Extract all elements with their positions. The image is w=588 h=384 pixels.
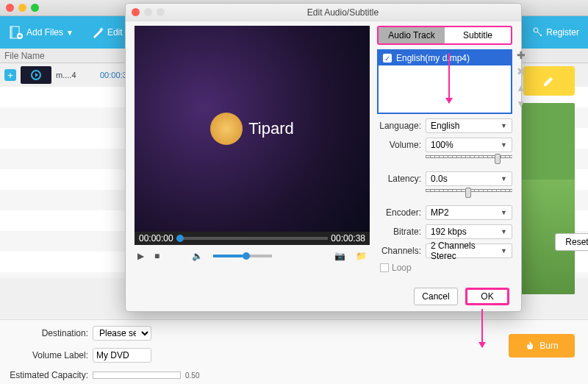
stop-button[interactable]: ■ xyxy=(154,251,159,261)
play-button[interactable]: ▶ xyxy=(137,251,144,261)
add-files-button[interactable]: Add Files▼ xyxy=(0,16,82,49)
latency-select[interactable]: 0.0s▼ xyxy=(426,171,512,186)
ok-button[interactable]: OK xyxy=(465,288,509,305)
encoder-select[interactable]: MP2▼ xyxy=(426,205,512,220)
capacity-label: Estimated Capacity: xyxy=(7,370,88,380)
track-checkbox[interactable]: ✓ xyxy=(383,54,392,63)
track-item-label: English(my d.mp4) xyxy=(396,53,470,63)
preview-pane: Tipard 00:00:00 00:00:38 ▶ ■ 🔈 📷 📁 xyxy=(135,26,370,273)
volume-icon[interactable]: 🔈 xyxy=(192,251,203,261)
edit-audio-subtitle-dialog: Edit Audio/Subtitle Tipard 00:00:00 00:0… xyxy=(125,3,522,312)
volume-label-label: Volume Label: xyxy=(7,350,88,360)
add-track-button[interactable]: ✚ xyxy=(515,49,527,61)
volume-slider[interactable] xyxy=(213,255,272,257)
remove-track-button[interactable]: ✖ xyxy=(515,65,527,77)
channels-label: Channels: xyxy=(377,246,421,256)
cancel-button[interactable]: Cancel xyxy=(414,288,458,305)
register-button[interactable]: Register xyxy=(524,27,588,38)
tab-subtitle[interactable]: Subtitle xyxy=(445,27,511,43)
channels-select[interactable]: 2 Channels Sterec▼ xyxy=(426,243,512,258)
track-list[interactable]: ✓ English(my d.mp4) xyxy=(377,49,512,114)
loop-checkbox[interactable]: Loop xyxy=(377,263,512,273)
encoder-label: Encoder: xyxy=(377,207,421,218)
tipard-logo-icon xyxy=(210,113,243,145)
volume-label: Volume: xyxy=(377,140,421,150)
video-thumbnail[interactable] xyxy=(21,66,51,84)
film-plus-icon xyxy=(9,25,24,40)
capacity-value: 0.50 xyxy=(185,371,199,380)
magic-wand-icon xyxy=(91,26,104,39)
col-filename: File Name xyxy=(0,51,125,61)
tab-audio-track[interactable]: Audio Track xyxy=(379,27,445,43)
destination-label: Destination: xyxy=(7,328,88,338)
dialog-actions: Cancel OK xyxy=(126,282,521,311)
pencil-icon xyxy=(542,74,556,88)
time-current: 00:00:00 xyxy=(139,233,173,243)
settings-pane: Audio Track Subtitle ✓ English(my d.mp4)… xyxy=(377,26,512,273)
bitrate-label: Bitrate: xyxy=(377,227,421,237)
key-icon xyxy=(533,27,543,38)
annotation-arrow xyxy=(448,53,450,103)
bottom-bar: Destination: Please sele Volume Label: E… xyxy=(0,319,588,384)
destination-select[interactable]: Please sele xyxy=(93,326,151,341)
flame-icon xyxy=(525,341,535,351)
volume-label-input[interactable] xyxy=(93,348,151,363)
latency-label: Latency: xyxy=(377,174,421,184)
time-total: 00:00:38 xyxy=(331,233,365,243)
dialog-title: Edit Audio/Subtitle xyxy=(165,7,521,18)
seek-knob[interactable] xyxy=(176,235,184,242)
dialog-close-icon[interactable] xyxy=(132,8,140,16)
volume-select[interactable]: 100%▼ xyxy=(426,138,512,152)
volume-slider-fine[interactable] xyxy=(377,155,512,167)
maximize-icon[interactable] xyxy=(31,4,39,12)
burn-button[interactable]: Burn xyxy=(509,334,575,358)
side-edit-button[interactable] xyxy=(523,66,575,96)
reset-button[interactable]: Reset xyxy=(555,233,588,251)
dialog-maximize-icon xyxy=(157,8,165,16)
language-select[interactable]: English▼ xyxy=(426,118,512,133)
svg-rect-1 xyxy=(10,26,12,38)
move-down-button[interactable]: ▼ xyxy=(515,98,527,110)
minimize-icon[interactable] xyxy=(18,4,26,12)
capacity-bar xyxy=(93,371,181,379)
move-up-button[interactable]: ▲ xyxy=(515,82,527,93)
dialog-minimize-icon xyxy=(144,8,152,16)
snapshot-button[interactable]: 📷 xyxy=(334,251,345,261)
latency-slider[interactable] xyxy=(377,189,512,201)
file-name: m....4 xyxy=(56,71,96,79)
bitrate-select[interactable]: 192 kbps▼ xyxy=(426,224,512,239)
track-tabs: Audio Track Subtitle xyxy=(377,26,512,45)
expand-icon[interactable]: + xyxy=(4,69,16,81)
seek-bar[interactable]: 00:00:00 00:00:38 xyxy=(135,232,370,245)
brand-text: Tipard xyxy=(248,119,294,138)
annotation-arrow xyxy=(481,309,483,347)
track-item[interactable]: ✓ English(my d.mp4) xyxy=(379,51,511,65)
player-controls: ▶ ■ 🔈 📷 📁 xyxy=(135,245,370,267)
close-icon[interactable] xyxy=(6,4,14,12)
dialog-titlebar: Edit Audio/Subtitle xyxy=(126,4,521,21)
language-label: Language: xyxy=(377,121,421,131)
video-preview[interactable]: Tipard xyxy=(135,26,370,232)
open-folder-button[interactable]: 📁 xyxy=(356,251,367,261)
